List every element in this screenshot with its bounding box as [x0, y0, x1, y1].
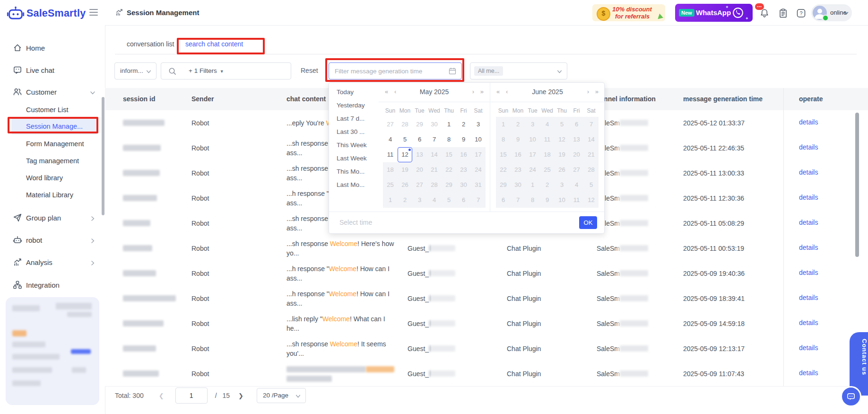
details-link[interactable]: details — [799, 168, 818, 176]
category-select[interactable]: inform... — [114, 62, 156, 79]
sidebar-item-group-plan[interactable]: Group plan — [0, 210, 105, 226]
details-link[interactable]: details — [799, 219, 818, 226]
channel-info-prefix: SaleSm — [597, 270, 620, 277]
calendar-day: 3 — [525, 117, 540, 132]
chevron-double-right-icon[interactable]: » — [480, 88, 484, 95]
details-link[interactable]: details — [799, 143, 818, 151]
date-presets: TodayYesterdayLast 7 d...Last 30 ...This… — [329, 83, 379, 212]
calendar-day-selected[interactable]: 12 — [398, 147, 412, 162]
discount-line1: 10% discount — [612, 6, 652, 13]
preset-yesterday[interactable]: Yesterday — [329, 99, 379, 112]
weekday-row: SunMonTueWedThuFriSat — [383, 105, 486, 117]
details-link[interactable]: details — [799, 269, 818, 276]
sidebar-widget-blurred — [6, 297, 99, 405]
sidebar-item-label: Session Manage... — [26, 123, 83, 130]
weekday-row: SunMonTueWedThuFriSat — [496, 105, 599, 117]
sidebar-item-session-manage[interactable]: Session Manage... — [0, 118, 105, 134]
clipboard-icon[interactable] — [778, 8, 788, 18]
menu-collapse-icon[interactable] — [89, 9, 98, 16]
preset-last-7-d[interactable]: Last 7 d... — [329, 112, 379, 125]
help-icon[interactable]: ? — [796, 8, 806, 18]
calendar-day[interactable]: 2 — [456, 117, 471, 132]
table-scrollbar[interactable] — [855, 113, 859, 257]
whatsapp-icon — [732, 7, 744, 19]
previous-page-button[interactable]: ❮ — [156, 392, 167, 399]
calendar-day[interactable]: 29 — [412, 117, 427, 132]
sidebar-item-label: robot — [26, 236, 42, 244]
ok-button[interactable]: OK — [579, 216, 597, 229]
sidebar-item-form-management[interactable]: Form Management — [0, 136, 105, 152]
calendar-day: 7 — [584, 117, 599, 132]
calendar-day[interactable]: 9 — [456, 132, 471, 147]
sidebar-item-home[interactable]: Home — [0, 40, 105, 56]
preset-this-mo[interactable]: This Mo... — [329, 165, 379, 178]
sidebar-item-analysis[interactable]: Analysis — [0, 254, 105, 270]
sidebar-item-live-chat[interactable]: Live chat — [0, 62, 105, 78]
chevron-double-right-icon[interactable]: » — [595, 88, 599, 95]
weekday-label: Sat — [584, 105, 599, 117]
column-header-chat-content: chat content — [286, 95, 326, 103]
chevron-right-icon[interactable]: › — [587, 88, 589, 95]
whatsapp-promo-banner[interactable]: New WhatsApp ✦ ✦ — [675, 4, 753, 22]
contact-us-label: Contact us — [850, 339, 868, 375]
calendar-day: 25 — [540, 162, 555, 177]
calendar-day[interactable]: 7 — [427, 132, 442, 147]
calendar-day: 5 — [555, 117, 569, 132]
discount-line2: for referrals — [615, 13, 650, 20]
chat-content-cell: ...h response "Welcome! How can Iass... — [286, 261, 406, 286]
details-link[interactable]: details — [799, 319, 818, 326]
pagination-total-value: 300 — [132, 392, 143, 399]
sidebar-item-word-library[interactable]: Word library — [0, 170, 105, 186]
chevron-right-icon[interactable]: › — [472, 88, 474, 95]
contact-chat-button[interactable] — [841, 386, 861, 407]
calendar-day[interactable]: 11 — [383, 147, 398, 162]
censor-band — [617, 110, 659, 386]
sidebar-scrollbar[interactable] — [102, 97, 104, 215]
agent-select[interactable]: All me... — [470, 62, 567, 79]
calendar-day[interactable]: 6 — [412, 132, 427, 147]
calendar-day[interactable]: 10 — [471, 132, 486, 147]
referral-discount-banner[interactable]: $ 10% discount for referrals — [592, 4, 665, 21]
sidebar-item-integration[interactable]: Integration — [0, 277, 105, 293]
page-number-input[interactable] — [175, 388, 208, 404]
select-time-placeholder[interactable]: Select time — [339, 219, 372, 226]
details-link[interactable]: details — [799, 244, 818, 251]
sidebar-item-customer[interactable]: Customer — [0, 84, 105, 100]
details-link[interactable]: details — [799, 194, 818, 201]
calendar-day[interactable]: 5 — [398, 132, 412, 147]
details-link[interactable]: details — [799, 294, 818, 301]
page-size-select[interactable]: 20 /Page — [257, 388, 306, 403]
reset-button[interactable]: Reset — [301, 67, 318, 74]
calendar-day[interactable]: 3 — [471, 117, 486, 132]
tab-search-chat-content[interactable]: search chat content — [185, 40, 243, 48]
calendar-day[interactable]: 8 — [442, 132, 456, 147]
sidebar-item-material-library[interactable]: Material Library — [0, 187, 105, 203]
details-link[interactable]: details — [799, 344, 818, 352]
user-status-menu[interactable]: online — [811, 4, 852, 21]
preset-this-week[interactable]: This Week — [329, 139, 379, 152]
calendar-day[interactable]: 27 — [383, 117, 398, 132]
sidebar-item-customer-list[interactable]: Customer List — [0, 102, 105, 118]
filters-dropdown[interactable]: + 1 Filters▼ — [189, 67, 224, 74]
blurred-block — [56, 303, 92, 309]
calendar-day[interactable]: 1 — [442, 117, 456, 132]
search-box[interactable]: + 1 Filters▼ — [161, 62, 291, 79]
calendar-day[interactable]: 4 — [383, 132, 398, 147]
sender-cell: Robot — [191, 110, 209, 135]
sidebar-item-robot[interactable]: robot — [0, 232, 105, 248]
brand-name: SaleSmartly — [26, 8, 86, 19]
preset-last-mo[interactable]: Last Mo... — [329, 178, 379, 192]
calendar-day[interactable]: 30 — [427, 117, 442, 132]
session-id-cell — [123, 236, 152, 261]
next-page-button[interactable]: ❯ — [235, 392, 246, 399]
preset-last-30[interactable]: Last 30 ... — [329, 125, 379, 139]
details-link[interactable]: details — [799, 369, 818, 377]
preset-last-week[interactable]: Last Week — [329, 152, 379, 165]
details-link[interactable]: details — [799, 118, 818, 126]
preset-today[interactable]: Today — [329, 86, 379, 99]
sidebar-item-tag-management[interactable]: Tag management — [0, 153, 105, 169]
tab-conversation-list[interactable]: conversation list — [127, 40, 174, 48]
calendar-day: 6 — [456, 193, 471, 208]
date-filter-input[interactable]: Filter message generation time — [329, 62, 462, 79]
calendar-day[interactable]: 28 — [398, 117, 412, 132]
